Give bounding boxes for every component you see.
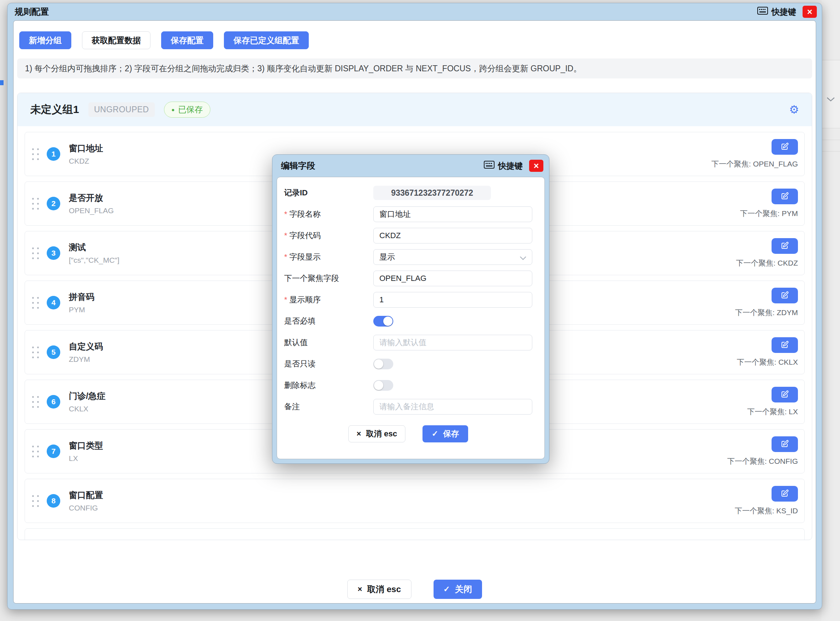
readonly-toggle-label: 是否只读 — [284, 359, 315, 369]
add-group-button[interactable]: 新增分组 — [19, 31, 71, 49]
group-title: 未定义组1 — [30, 102, 79, 117]
group-header: 未定义组1 UNGROUPED ● 已保存 ⚙ — [17, 93, 812, 126]
drag-handle[interactable] — [32, 247, 39, 259]
chevron-down-icon — [826, 96, 836, 104]
form-row-required: 是否必填 — [284, 310, 532, 332]
field-name: 窗口配置 — [69, 489, 103, 501]
group-tag-badge: UNGROUPED — [88, 102, 155, 117]
modal-cancel-label: 取消 esc — [366, 429, 397, 439]
drag-handle[interactable] — [32, 347, 39, 358]
edit-field-button[interactable] — [772, 139, 798, 155]
drag-handle[interactable] — [32, 297, 39, 309]
readonly-toggle[interactable] — [373, 359, 393, 369]
modal-shortcut-hint[interactable]: 快捷键 — [484, 161, 523, 171]
edit-field-button[interactable] — [772, 387, 798, 403]
display-order-label: 显示顺序 — [290, 294, 321, 305]
next-focus-input[interactable] — [373, 271, 532, 286]
fetch-config-button[interactable]: 获取配置数据 — [82, 31, 150, 49]
required-asterisk: * — [284, 210, 287, 219]
edit-field-button[interactable] — [772, 238, 798, 254]
field-name: 拼音码 — [69, 291, 94, 303]
required-asterisk: * — [284, 252, 287, 262]
close-icon: × — [807, 8, 813, 17]
row-number: 8 — [47, 494, 60, 507]
edit-icon — [781, 390, 789, 400]
close-icon: × — [534, 162, 539, 170]
row-number: 2 — [47, 197, 60, 211]
field-code: CKDZ — [69, 157, 103, 165]
field-name: 测试 — [69, 242, 120, 253]
chevron-down-icon — [519, 254, 527, 263]
edit-icon — [781, 489, 789, 499]
gear-icon[interactable]: ⚙ — [789, 104, 799, 115]
background-divider — [822, 151, 840, 151]
required-asterisk: * — [284, 295, 287, 304]
form-row-field-display: *字段显示 显示 — [284, 246, 532, 268]
close-button[interactable]: × — [802, 6, 817, 18]
form-row-field-code: *字段代码 — [284, 225, 532, 246]
delete-flag-toggle[interactable] — [373, 380, 393, 391]
cancel-label: 取消 esc — [367, 583, 401, 595]
drag-handle[interactable] — [32, 148, 39, 160]
field-display-value: 显示 — [379, 252, 395, 262]
drag-handle[interactable] — [32, 495, 39, 507]
edit-field-button[interactable] — [772, 337, 798, 353]
table-row-partial — [24, 528, 805, 540]
field-code-input[interactable] — [373, 228, 532, 244]
toolbar: 新增分组 获取配置数据 保存配置 保存已定义组配置 — [14, 21, 816, 49]
window-titlebar: 规则配置 快捷键 × — [8, 3, 822, 20]
cross-icon: × — [358, 585, 362, 593]
next-focus-label: 下一个聚焦: PYM — [740, 209, 798, 218]
drag-handle[interactable] — [32, 445, 39, 457]
form-row-default-value: 默认值 — [284, 332, 532, 353]
record-id-value: 933671232377270272 — [373, 186, 491, 200]
close-window-button[interactable]: ✓ 关闭 — [434, 580, 482, 599]
next-focus-label: 下一个聚焦: CKDZ — [736, 258, 798, 268]
check-icon: ✓ — [444, 585, 450, 593]
modal-cancel-button[interactable]: × 取消 esc — [348, 425, 405, 442]
next-focus-field-label: 下一个聚焦字段 — [284, 273, 339, 284]
field-display-select[interactable]: 显示 — [373, 249, 532, 265]
drag-handle[interactable] — [32, 198, 39, 210]
next-focus-label: 下一个聚焦: KS_ID — [735, 506, 798, 516]
field-name: 门诊/急症 — [69, 390, 106, 402]
field-name: 窗口地址 — [69, 142, 103, 154]
field-name-input[interactable] — [373, 206, 532, 222]
field-code-label: 字段代码 — [290, 230, 321, 241]
modal-close-button[interactable]: × — [529, 160, 543, 172]
field-code: ["cs","CK_MC"] — [69, 256, 120, 265]
edit-field-button[interactable] — [772, 486, 798, 501]
save-defined-groups-button[interactable]: 保存已定义组配置 — [224, 31, 309, 49]
cancel-button[interactable]: × 取消 esc — [347, 580, 411, 599]
next-focus-label: 下一个聚焦: CONFIG — [727, 456, 798, 466]
edit-field-button[interactable] — [772, 288, 798, 303]
edit-field-button[interactable] — [772, 436, 798, 452]
form-row-field-name: *字段名称 — [284, 203, 532, 225]
modal-titlebar: 编辑字段 快捷键 × — [272, 155, 549, 177]
shortcut-label: 快捷键 — [498, 161, 523, 171]
modal-footer: × 取消 esc ✓ 保存 — [284, 425, 532, 442]
drag-handle[interactable] — [32, 396, 39, 408]
shortcut-hint[interactable]: 快捷键 — [757, 6, 796, 17]
modal-save-button[interactable]: ✓ 保存 — [423, 425, 468, 442]
page-title: 规则配置 — [15, 6, 49, 17]
form-row-display-order: *显示顺序 — [284, 289, 532, 310]
save-config-button[interactable]: 保存配置 — [161, 31, 213, 49]
field-code: CKLX — [69, 404, 106, 413]
default-value-input[interactable] — [373, 335, 532, 350]
required-toggle[interactable] — [373, 316, 393, 327]
remark-input[interactable] — [373, 399, 532, 415]
background-page — [822, 0, 840, 621]
row-number: 5 — [47, 345, 60, 359]
field-code: CONFIG — [69, 504, 103, 512]
status-label: 已保存 — [178, 104, 203, 115]
saved-status-badge: ● 已保存 — [164, 101, 210, 118]
display-order-input[interactable] — [373, 292, 532, 307]
delete-flag-toggle-label: 删除标志 — [284, 380, 315, 391]
edit-field-button[interactable] — [772, 189, 798, 204]
form-row-remark: 备注 — [284, 396, 532, 418]
field-code: OPEN_FLAG — [69, 206, 114, 215]
instructions-banner: 1) 每个分组内可拖拽排序；2) 字段可在分组之间拖动完成归类；3) 顺序变化自… — [17, 59, 812, 79]
cross-icon: × — [356, 430, 361, 438]
next-focus-label: 下一个聚焦: ZDYM — [735, 307, 798, 318]
